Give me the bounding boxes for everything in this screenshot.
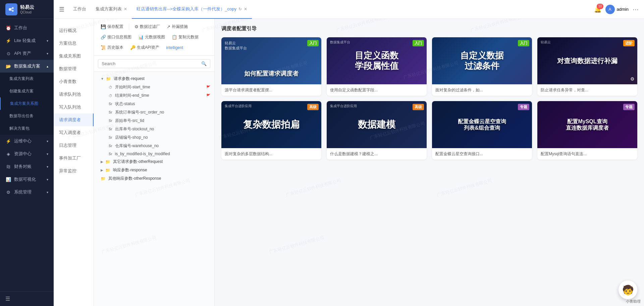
api-arrow: ▾ [47, 52, 48, 55]
sidebar-item-data[interactable]: 📂 数据集成方案 ▴ [0, 60, 54, 73]
sidebar-item-worktab[interactable]: ⏰ 工作台 [0, 21, 54, 34]
sidebar-label-sys: 系统管理 [14, 189, 47, 195]
copy-meta-btn[interactable]: 📋 复制元数据 [169, 33, 201, 42]
guide-card-8[interactable]: 配置MySQL查询直连数据库调度者 专题 配置Mysql查询语句直连... [537, 101, 637, 160]
guide-card-1[interactable]: 轻易云数据集成平台 如何配置请求调度者 入门 源平台请求调度者配置摆... [221, 37, 321, 96]
sidebar-label-worktab: 工作台 [14, 25, 48, 31]
node-label-request: 请求参数-request [114, 76, 210, 82]
sidebar-sub-data: 集成方案列表 创建集成方案 集成方案关系图 数据导出任务 解决方案包 [0, 73, 54, 135]
tree-node-order-no[interactable]: Sr 系统订单编号-src_order_no [94, 108, 214, 117]
sidebar-item-ops[interactable]: ⚡ 运维中心 ▾ [0, 135, 54, 147]
tree-node-other-req[interactable]: ▶ 📁 其它请求参数-otherRequest [94, 158, 214, 166]
interface-view-btn[interactable]: 🔗 接口信息视图 [98, 33, 134, 42]
tree-node-request[interactable]: ▼ 📁 请求参数-request [94, 75, 214, 83]
sidebar-label-finance: 财务对账 [14, 164, 47, 170]
search-input[interactable] [102, 61, 201, 66]
tree-node-other-resp[interactable]: 📁 其他响应参数-otherResponse [94, 174, 214, 183]
tree-node-end-time[interactable]: ⏱ 结束时间-end_time 🚩 [94, 91, 214, 100]
node-label-src-tid: 原始单号-src_tid [115, 118, 210, 124]
leftnav-overview[interactable]: 运行概况 [54, 24, 94, 37]
node-label-start-time: 开始时间-start_time [115, 84, 204, 90]
sidebar-label-relation: 集成方案关系图 [10, 101, 48, 106]
tab-current-label: 旺店通销售出库-->全蝶采购入库（一件代发）_copy [137, 6, 236, 12]
str-icon-order: Sr [109, 111, 112, 114]
user-area[interactable]: A admin [605, 5, 629, 14]
node-label-warehouse: 仓库编号-warehouse_no [115, 143, 210, 149]
leftnav-monitor[interactable]: 异常监控 [54, 165, 94, 177]
search-area: 🔍 [94, 56, 214, 72]
sidebar-item-sys[interactable]: ⚙ 系统管理 ▾ [0, 186, 54, 199]
tab-worktab[interactable]: 工作台 [68, 0, 91, 19]
supplement-btn[interactable]: ↗ 补漏措施 [164, 22, 191, 31]
sidebar-item-visual[interactable]: 📊 数据可视化 ▾ [0, 173, 54, 186]
guide-card-4[interactable]: 轻易云 对查询数据进行补漏 进阶 ⚙ 防止请求任务异常，对查... [537, 37, 637, 96]
leftnav-event[interactable]: 事件加工厂 [54, 152, 94, 165]
more-options-icon[interactable]: ⋯ [633, 6, 639, 13]
guide-card-3[interactable]: 自定义数据过滤条件 入门 面对复杂的过滤条件，如... [432, 37, 532, 96]
avatar-initial: A [609, 7, 611, 12]
tab-current-refresh[interactable]: ↻ [238, 7, 242, 11]
sidebar-item-finance[interactable]: ₪ 财务对账 ▾ [0, 160, 54, 173]
leftnav-write-scheduler[interactable]: 写入调度者 [54, 126, 94, 139]
intelligent-btn[interactable]: intelligent [163, 44, 186, 52]
node-label-other-resp: 其他响应参数-otherResponse [108, 176, 210, 181]
tree-node-start-time[interactable]: ⏱ 开始时间-start_time 🚩 [94, 83, 214, 91]
flag-start: 🚩 [206, 85, 210, 89]
sidebar-label-visual: 数据可视化 [14, 176, 47, 182]
app-subtitle: QCloud [20, 10, 34, 14]
card-logo-6: 集成平台进阶应用 [330, 104, 357, 108]
toolbar: 💾 保存配置 ⚙ 数据过滤厂 ↗ 补漏措施 🔗 接口信息视图 📊 元数据视图 � [94, 19, 214, 56]
leftnav-reqpool[interactable]: 请求队列池 [54, 88, 94, 101]
history-btn[interactable]: 📜 历史版本 [98, 43, 126, 52]
sidebar-item-relation[interactable]: 集成方案关系图 [0, 97, 54, 110]
tab-list-close[interactable]: ✕ [124, 7, 127, 11]
gen-api-btn[interactable]: 🔑 生成API资产 [127, 43, 162, 52]
leftnav-log[interactable]: 日志管理 [54, 139, 94, 152]
card-badge-4: 进阶 [623, 40, 635, 46]
notification-bell[interactable]: 🔔 10 [594, 6, 601, 13]
api-gen-icon: 🔑 [130, 45, 136, 50]
sidebar-item-resource[interactable]: ◈ 资源中心 ▾ [0, 147, 54, 160]
topbar-menu-icon[interactable]: ☰ [59, 6, 64, 13]
leftnav-scheduler[interactable]: 请求调度者 [54, 114, 94, 126]
ops-icon: ⚡ [5, 138, 11, 144]
sidebar-item-export[interactable]: 数据导出任务 [0, 110, 54, 122]
save-config-btn[interactable]: 💾 保存配置 [98, 22, 126, 31]
sidebar-item-create[interactable]: 创建集成方案 [0, 85, 54, 97]
data-filter-btn[interactable]: ⚙ 数据过滤厂 [132, 22, 163, 31]
sidebar-item-list[interactable]: 集成方案列表 [0, 73, 54, 85]
sidebar-collapse-icon[interactable]: ☰ [5, 296, 10, 302]
leftnav-writepool[interactable]: 写入队列池 [54, 101, 94, 114]
sidebar-item-api[interactable]: ⊙ API 资产 ▾ [0, 47, 54, 60]
guide-card-6[interactable]: 集成平台进阶应用 数据建模 高级 什么是数据建模？建模之... [327, 101, 427, 160]
tab-current-close[interactable]: ✕ [244, 7, 247, 11]
sidebar-item-lite[interactable]: ⚡ Lite 轻集成 ▾ [0, 34, 54, 47]
tree-node-response[interactable]: ▶ 📁 响应参数-response [94, 166, 214, 174]
sidebar-item-solution[interactable]: 解决方案包 [0, 122, 54, 135]
card-text-2: 目定义函数学段属性值 [351, 50, 402, 71]
node-label-shop: 店铺编号-shop_no [115, 135, 210, 140]
str-icon-shop: Sr [109, 136, 112, 139]
topbar-right: 🔔 10 A admin ⋯ [594, 5, 639, 14]
tree-node-warehouse[interactable]: Sr 仓库编号-warehouse_no [94, 142, 214, 150]
tree-node-status[interactable]: Sr 状态-status [94, 100, 214, 108]
guide-card-5[interactable]: 集成平台进阶应用 复杂数据拍扁 高级 面对复杂的多层数据结构... [221, 101, 321, 160]
tree-node-is-modified[interactable]: Sr is_by_modified-is_by_modified [94, 150, 214, 158]
tree-node-src-tid[interactable]: Sr 原始单号-src_tid [94, 117, 214, 125]
str-icon-stockout: Sr [109, 127, 112, 131]
sidebar-label-export: 数据导出任务 [9, 113, 48, 119]
guide-card-7[interactable]: 配置金蝶云星空查询列表&组合查询 专题 配置金蝶云星空查询接口... [432, 101, 532, 160]
guide-card-2[interactable]: 数据集成平台 目定义函数学段属性值 入门 使用自定义函数配置字段... [327, 37, 427, 96]
tree-node-shop[interactable]: Sr 店铺编号-shop_no [94, 133, 214, 142]
card-text-7: 配置金蝶云星空查询列表&组合查询 [452, 118, 512, 131]
meta-view-btn[interactable]: 📊 元数据视图 [136, 33, 168, 42]
tab-current[interactable]: 旺店通销售出库-->全蝶采购入库（一件代发）_copy ↻ ✕ [132, 0, 252, 19]
tab-list[interactable]: 集成方案列表 ✕ [91, 0, 132, 19]
assistant-button[interactable]: 🧒 [619, 280, 637, 299]
leftnav-info[interactable]: 方案信息 [54, 37, 94, 50]
sidebar-label-list: 集成方案列表 [9, 76, 48, 82]
leftnav-relation[interactable]: 集成关系图 [54, 50, 94, 62]
leftnav-query[interactable]: 小青查数 [54, 75, 94, 88]
tree-node-stockout[interactable]: Sr 出库单号-stockout_no [94, 125, 214, 133]
leftnav-data[interactable]: 数据管理 [54, 62, 94, 75]
